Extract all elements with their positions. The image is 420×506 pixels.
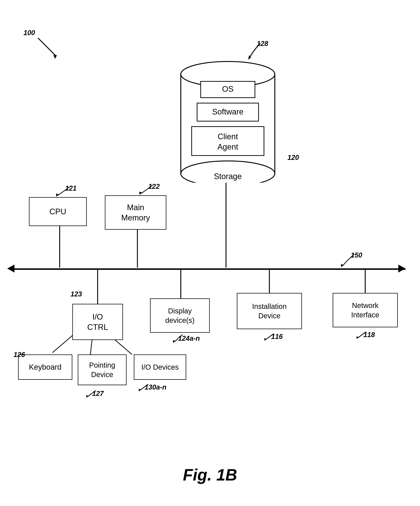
figure-caption: Fig. 1B (183, 466, 237, 484)
arrow-122 (134, 181, 159, 197)
svg-rect-20 (192, 126, 264, 155)
arrow-100 (24, 27, 78, 63)
svg-text:OS: OS (222, 85, 233, 93)
ref-120-label: 120 (287, 154, 299, 161)
keyboard-box: Keyboard (18, 354, 72, 380)
arrow-124 (170, 332, 188, 345)
cpu-box: CPU (29, 197, 87, 226)
svg-text:Client: Client (218, 132, 238, 141)
pointing-device-box: Pointing Device (78, 354, 127, 385)
arrow-127 (84, 388, 102, 399)
arrow-121 (53, 183, 76, 199)
svg-line-8 (90, 338, 92, 354)
io-ctrl-box: I/O CTRL (72, 304, 123, 340)
svg-marker-10 (53, 55, 57, 59)
io-devices-box: I/O Devices (134, 354, 186, 380)
svg-text:Storage: Storage (214, 172, 242, 181)
display-device-box: Display device(s) (150, 298, 210, 333)
bus-arrow-left (7, 265, 14, 273)
installation-device-box: Installation Device (237, 293, 302, 329)
storage-cylinder: Storage OS Software Client Agent (177, 60, 278, 183)
arrow-150 (334, 250, 363, 271)
diagram: 100 128 Storage OS Software Client Agent… (0, 0, 420, 506)
svg-text:Software: Software (212, 107, 244, 116)
network-interface-box: Network Interface (333, 293, 398, 327)
main-memory-box: Main Memory (105, 195, 166, 230)
arrow-130 (136, 382, 155, 393)
arrow-116 (262, 331, 280, 342)
ref-123-label: 123 (71, 290, 82, 298)
bus-arrow-right (398, 265, 406, 273)
svg-text:Agent: Agent (218, 142, 238, 151)
ref-126-label: 126 (13, 351, 25, 359)
arrow-118 (354, 329, 373, 340)
